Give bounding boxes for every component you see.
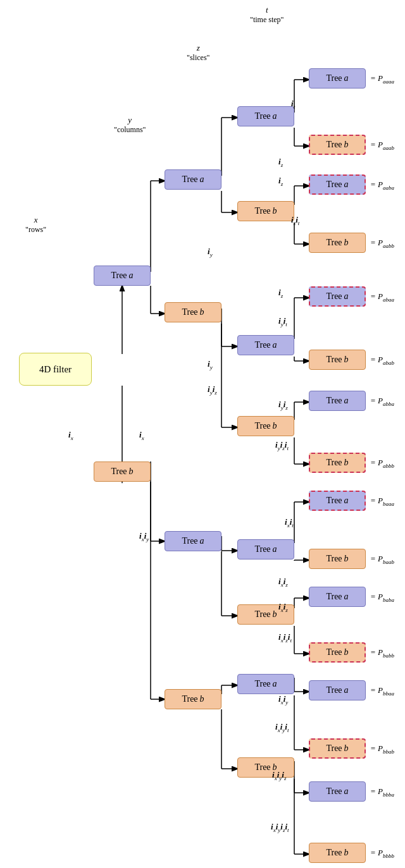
node-baab: Treeb: [309, 549, 366, 569]
node-xyzbba: Treea: [237, 674, 294, 694]
eq-bbab: = Pbbab: [370, 743, 394, 755]
node-xa: Treea: [94, 266, 151, 286]
node-baba: Treea: [309, 587, 366, 607]
node-abab: Treeb: [309, 350, 366, 370]
label-it-aaaa: it: [291, 99, 295, 110]
node-bbba: Treea: [309, 781, 366, 802]
node-aaaa: Treea: [309, 68, 366, 89]
label-ix-iz-it: ixizit: [278, 632, 292, 644]
node-xyzaab: Treeb: [237, 201, 294, 221]
node-xyzabb: Treeb: [237, 416, 294, 436]
eq-aabb: = Paabb: [370, 238, 394, 249]
label-ix-iz-bab: ixiz: [278, 602, 288, 613]
node-bbab: Treeb: [309, 738, 366, 759]
node-bbbb: Treeb: [309, 843, 366, 863]
label-iz-aaa: iz: [278, 157, 283, 168]
t-axis-label: t "time step": [250, 5, 284, 25]
node-aaba: Treea: [309, 174, 366, 195]
node-babb: Treeb: [309, 642, 366, 663]
node-abbb: Treeb: [309, 453, 366, 473]
x-axis-label: x "rows": [25, 215, 46, 235]
node-abaa: Treea: [309, 286, 366, 307]
label-iy-iz-abba: iyiz: [278, 400, 288, 411]
y-axis-label: y "columns": [114, 115, 146, 135]
node-xyab: Treeb: [165, 302, 221, 322]
node-xyzaba: Treea: [237, 335, 294, 355]
eq-aaba: = Paaba: [370, 180, 394, 191]
node-xyzbaa: Treea: [237, 539, 294, 559]
node-xyba: Treea: [165, 531, 221, 551]
node-xyzaaa: Treea: [237, 106, 294, 126]
eq-baab: = Pbaab: [370, 554, 394, 565]
label-iz-it-aab: izit: [291, 215, 299, 226]
eq-bbaa: = Pbbaa: [370, 685, 394, 697]
label-ix-iy-bbaa: ixiy: [278, 694, 288, 706]
node-bbaa: Treea: [309, 680, 366, 700]
label-iz-aab: iz: [278, 288, 283, 299]
label-ix-iy-iz-it: ixiyizit: [271, 822, 289, 833]
node-xb: Treeb: [94, 462, 151, 482]
eq-abab: = Pabab: [370, 355, 394, 366]
label-iy-aa: iy: [208, 247, 213, 258]
eq-baaa: = Pbaaa: [370, 496, 394, 507]
eq-abba: = Pabba: [370, 396, 394, 407]
label-iy-ab: iy: [208, 359, 213, 370]
node-xybb: Treeb: [165, 689, 221, 709]
node-aabb: Treeb: [309, 233, 366, 253]
eq-aaab: = Paaab: [370, 140, 394, 151]
label-ix-main: ix: [68, 430, 73, 441]
eq-abaa: = Pabaa: [370, 291, 394, 303]
label-iy-it-aba: iyit: [278, 316, 287, 327]
label-iy-iz-it: iyizit: [275, 440, 289, 451]
node-xyaa: Treea: [165, 169, 221, 190]
filter-label: 4D filter: [39, 364, 72, 375]
eq-baba: = Pbaba: [370, 592, 394, 603]
label-ix-it: ixit: [285, 517, 294, 529]
label-ix-iy-iz: ixiyiz: [272, 770, 286, 781]
node-baaa: Treea: [309, 491, 366, 511]
eq-aaaa: = Paaaa: [370, 73, 394, 85]
eq-bbba: = Pbbba: [370, 786, 394, 798]
label-iy-iz: iyiz: [208, 384, 217, 396]
filter-box: 4D filter: [19, 353, 92, 386]
node-aaab: Treeb: [309, 135, 366, 155]
label-ixiy: ixiy: [139, 531, 149, 542]
eq-abbb: = Pabbb: [370, 458, 394, 469]
label-ix-col: ix: [139, 430, 144, 441]
diagram: t "time step" z "slices" y "columns" x "…: [0, 0, 405, 868]
label-ix-iy-it: ixiyit: [275, 722, 289, 733]
z-axis-label: z "slices": [187, 43, 209, 63]
label-iz-aaba: iz: [278, 176, 283, 187]
label-ix-iz: ixiz: [278, 577, 288, 588]
eq-babb: = Pbabb: [370, 647, 394, 659]
eq-bbbb: = Pbbbb: [370, 848, 394, 859]
node-abba: Treea: [309, 391, 366, 411]
